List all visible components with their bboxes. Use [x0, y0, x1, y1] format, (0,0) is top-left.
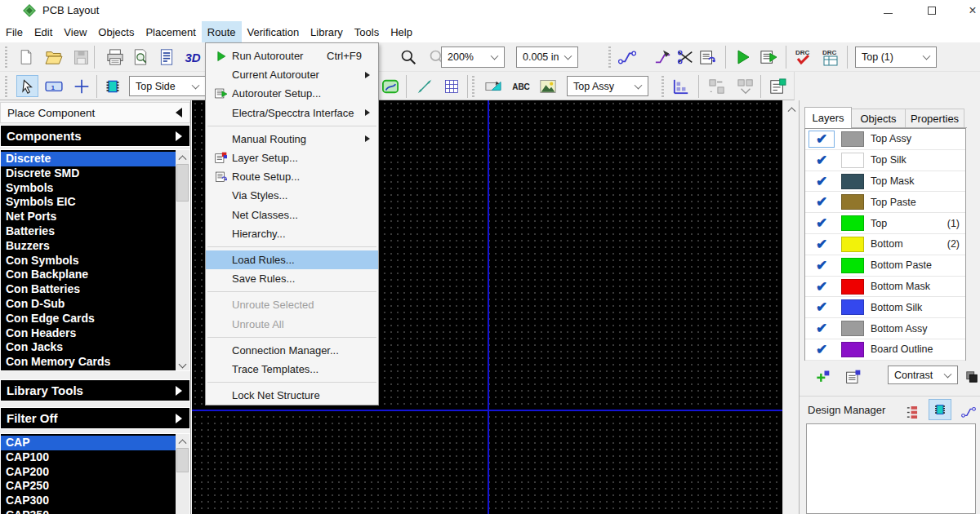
- layer-color-swatch[interactable]: [841, 299, 864, 315]
- display-layer-select[interactable]: Top Assy: [567, 76, 648, 96]
- component-symbols-eic[interactable]: Symbols EIC: [1, 195, 176, 210]
- layer-visible-checkbox[interactable]: ✔: [808, 215, 835, 232]
- layer-visible-checkbox[interactable]: ✔: [808, 152, 835, 169]
- component-con-edge-cards[interactable]: Con Edge Cards: [1, 312, 176, 326]
- layer-row-top[interactable]: ✔Top(1): [805, 213, 965, 234]
- component-discrete[interactable]: Discrete: [1, 152, 176, 166]
- patterns-scrollbar[interactable]: [176, 434, 189, 514]
- menu-item-run-autorouter[interactable]: Run AutorouterCtrl+F9: [206, 47, 378, 65]
- layer-visible-checkbox[interactable]: ✔: [808, 320, 835, 337]
- menu-item-save-rules[interactable]: Save Rules...: [206, 269, 378, 288]
- menu-item-layer-setup[interactable]: Layer Setup...: [206, 148, 378, 167]
- menu-item-autorouter-setup[interactable]: Autorouter Setup...: [206, 84, 378, 103]
- pattern-cap300[interactable]: CAP300: [1, 494, 176, 508]
- component-con-batteries[interactable]: Con Batteries: [1, 282, 176, 297]
- current-layer-select[interactable]: Top (1): [855, 47, 937, 68]
- scroll-up-arrow[interactable]: [176, 434, 189, 447]
- component-con-memory-cards[interactable]: Con Memory Cards: [1, 355, 176, 370]
- minimize-button[interactable]: [875, 0, 900, 21]
- menu-item-load-rules[interactable]: Load Rules...: [206, 250, 378, 269]
- add-layer-button[interactable]: [811, 366, 834, 388]
- menu-objects[interactable]: Objects: [92, 21, 140, 42]
- layer-color-swatch[interactable]: [841, 279, 864, 295]
- layer-row-board-outline[interactable]: ✔Board Outline: [805, 339, 965, 361]
- auto-placement-button[interactable]: [734, 75, 757, 98]
- component-net-ports[interactable]: Net Ports: [1, 210, 176, 224]
- layer-row-bottom-mask[interactable]: ✔Bottom Mask: [805, 277, 965, 298]
- toolbar-handle[interactable]: [5, 47, 7, 68]
- layer-color-swatch[interactable]: [841, 321, 864, 336]
- placement-setup-button[interactable]: [766, 75, 789, 98]
- new-file-button[interactable]: [15, 46, 38, 69]
- layer-color-swatch[interactable]: [841, 215, 864, 231]
- component-con-d-sub[interactable]: Con D-Sub: [1, 297, 176, 312]
- component-con-symbols[interactable]: Con Symbols: [1, 254, 176, 268]
- board-side-select[interactable]: Top Side: [129, 76, 206, 96]
- component-con-headers[interactable]: Con Headers: [1, 326, 176, 341]
- grid-size-select[interactable]: 0.005 in: [516, 47, 578, 68]
- layer-row-top-paste[interactable]: ✔Top Paste: [805, 192, 965, 213]
- menu-file[interactable]: File: [0, 21, 29, 42]
- menu-item-lock-net-structure[interactable]: Lock Net Structure: [206, 386, 378, 405]
- menu-item-electra-specctra-interface[interactable]: Electra/Specctra Interface: [206, 104, 378, 122]
- scroll-up-arrow[interactable]: [176, 150, 189, 163]
- layer-color-swatch[interactable]: [841, 342, 864, 357]
- layer-visible-checkbox[interactable]: ✔: [808, 341, 835, 358]
- layer-visible-checkbox[interactable]: ✔: [808, 173, 835, 190]
- layer-row-top-assy[interactable]: ✔Top Assy: [805, 129, 965, 150]
- measure-tool-button[interactable]: 1: [42, 75, 65, 98]
- text-tool-button[interactable]: ABC: [510, 75, 532, 98]
- layer-row-bottom-paste[interactable]: ✔Bottom Paste: [805, 255, 965, 277]
- layer-setup-button[interactable]: [842, 366, 865, 388]
- layer-visible-checkbox[interactable]: ✔: [808, 257, 835, 274]
- component-discrete-smd[interactable]: Discrete SMD: [1, 166, 176, 181]
- grid-tool-button[interactable]: [440, 75, 463, 98]
- pattern-cap[interactable]: CAP: [1, 436, 176, 450]
- report-button[interactable]: [155, 46, 178, 69]
- menu-route[interactable]: Route: [202, 21, 242, 42]
- cut-trace-button[interactable]: [675, 46, 697, 69]
- zoom-window-button[interactable]: [397, 46, 420, 69]
- tab-layers[interactable]: Layers: [804, 107, 852, 128]
- component-symbols[interactable]: Symbols: [1, 181, 176, 196]
- menu-placement[interactable]: Placement: [140, 21, 201, 42]
- net-list-icon[interactable]: [902, 401, 920, 423]
- maximize-button[interactable]: [920, 0, 944, 21]
- layer-row-bottom[interactable]: ✔Bottom(2): [805, 234, 965, 255]
- menu-item-route-setup[interactable]: Route Setup...: [206, 167, 378, 186]
- shape-tool-button[interactable]: [482, 75, 505, 98]
- layer-visible-checkbox[interactable]: ✔: [808, 193, 835, 210]
- drc-report-button[interactable]: DRC: [819, 46, 842, 69]
- toolbar-handle[interactable]: [662, 76, 664, 97]
- zoom-level-select[interactable]: 200%: [441, 47, 505, 68]
- autorouter-setup-button[interactable]: [757, 46, 780, 69]
- menu-item-hierarchy[interactable]: Hierarchy...: [206, 224, 378, 243]
- layer-color-swatch[interactable]: [841, 194, 864, 210]
- component-con-backplane[interactable]: Con Backplane: [1, 268, 176, 282]
- close-button[interactable]: ×: [960, 0, 980, 21]
- layer-visible-checkbox[interactable]: ✔: [808, 236, 835, 253]
- design-manager-list[interactable]: [806, 423, 976, 514]
- board-shape-button[interactable]: [379, 75, 402, 98]
- origin-tool-button[interactable]: [70, 75, 93, 98]
- update-placement-button[interactable]: [706, 75, 728, 98]
- menu-item-manual-routing[interactable]: Manual Routing: [206, 130, 378, 148]
- components-scrollbar[interactable]: [176, 150, 189, 370]
- scroll-up-arrow[interactable]: [783, 102, 800, 115]
- layer-color-swatch[interactable]: [841, 237, 864, 252]
- layer-color-swatch[interactable]: [841, 131, 864, 147]
- components-header[interactable]: Components: [0, 125, 190, 147]
- tab-objects[interactable]: Objects: [852, 109, 906, 127]
- component-tool-button[interactable]: [101, 75, 124, 98]
- dimension-tool-button[interactable]: [413, 75, 436, 98]
- components-view-button[interactable]: [929, 399, 951, 420]
- scroll-thumb[interactable]: [176, 164, 189, 202]
- place-component-header[interactable]: Place Component: [0, 102, 190, 123]
- layer-color-swatch[interactable]: [841, 258, 864, 273]
- component-batteries[interactable]: Batteries: [1, 224, 176, 239]
- menu-edit[interactable]: Edit: [29, 21, 58, 42]
- layer-row-top-silk[interactable]: ✔Top Silk: [805, 150, 965, 171]
- menu-item-net-classes[interactable]: Net Classes...: [206, 206, 378, 224]
- run-autorouter-button[interactable]: [732, 46, 755, 69]
- layer-color-swatch[interactable]: [841, 174, 864, 189]
